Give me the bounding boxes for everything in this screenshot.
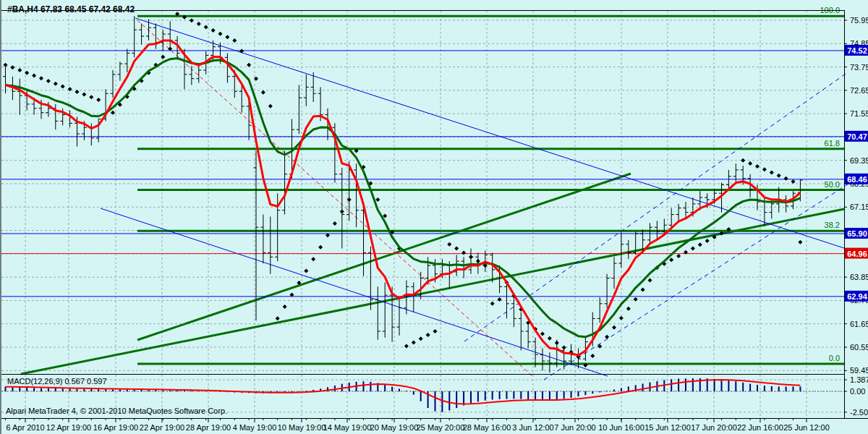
price-axis-label: 67.15 — [850, 203, 868, 211]
macd-axis-label: 1.387 — [850, 375, 868, 384]
price-axis-label: 63.85 — [850, 273, 868, 281]
time-axis-label: 17 Jun 20:00 — [691, 423, 737, 432]
time-axis-label: 28 May 16:00 — [463, 423, 511, 432]
macd-axis-label: 0.00 — [850, 387, 865, 396]
time-axis-label: 3 Jun 12:00 — [512, 423, 554, 432]
price-badge-value: 65.90 — [847, 229, 867, 238]
time-axis-label: 22 Apr 19:00 — [140, 423, 184, 432]
price-badge-value: 64.96 — [847, 250, 867, 258]
fib-level-label: 0.0 — [829, 354, 840, 362]
time-axis-label: 6 Apr 2010 — [6, 423, 44, 432]
time-axis-label: 14 May 19:00 — [323, 423, 372, 432]
chart-window[interactable]: 100.061.850.038.20.075.9574.8573.7572.65… — [0, 0, 868, 434]
price-axis-label: 60.55 — [850, 343, 868, 352]
macd-axis-label: -2.509 — [850, 408, 868, 417]
price-badge-value: 70.47 — [847, 132, 867, 141]
copyright-text: Alpari MetaTrader 4, © 2001-2010 MetaQuo… — [6, 407, 227, 415]
price-badge-value: 74.52 — [847, 46, 867, 55]
price-axis-label: 69.35 — [850, 156, 868, 165]
time-axis-label: 10 Jun 16:00 — [598, 423, 644, 432]
symbol-ohlc-title: #BA,H4 67.83 68.45 67.42 68.42 — [7, 4, 135, 14]
time-axis-label: 28 Apr 19:00 — [186, 423, 231, 432]
price-axis-label: 73.75 — [850, 63, 868, 72]
time-axis-label: 12 Apr 19:00 — [46, 423, 91, 432]
time-axis-label: 16 Apr 19:00 — [93, 423, 138, 432]
time-axis-label: 25 Jun 12:00 — [783, 423, 830, 432]
fib-level-label: 50.0 — [825, 180, 840, 189]
price-axis-label: 61.65 — [850, 320, 868, 328]
fib-level-label: 61.8 — [825, 139, 840, 148]
time-axis-label: 7 Jun 20:00 — [554, 423, 596, 432]
price-axis-label: 75.95 — [850, 16, 868, 25]
price-badge-value: 68.46 — [847, 175, 867, 184]
time-axis-label: 25 May 20:00 — [417, 423, 465, 432]
time-axis-label: 10 May 19:00 — [278, 423, 326, 432]
macd-indicator-label: MACD(12,26,9) 0.567 0.597 — [7, 377, 107, 386]
price-badge-value: 62.94 — [847, 292, 867, 301]
price-axis-label: 71.55 — [850, 109, 868, 118]
time-axis-label: 4 May 19:00 — [233, 423, 277, 432]
time-axis-label: 15 Jun 12:00 — [644, 423, 691, 432]
time-axis-label: 20 May 19:00 — [370, 423, 419, 432]
price-axis-label: 72.65 — [850, 86, 868, 95]
price-axis-label: 59.45 — [850, 366, 868, 375]
fib-level-label: 38.2 — [825, 221, 840, 229]
chart-canvas[interactable]: 100.061.850.038.20.075.9574.8573.7572.65… — [1, 0, 868, 434]
time-axis-label: 22 Jun 16:00 — [737, 423, 783, 432]
